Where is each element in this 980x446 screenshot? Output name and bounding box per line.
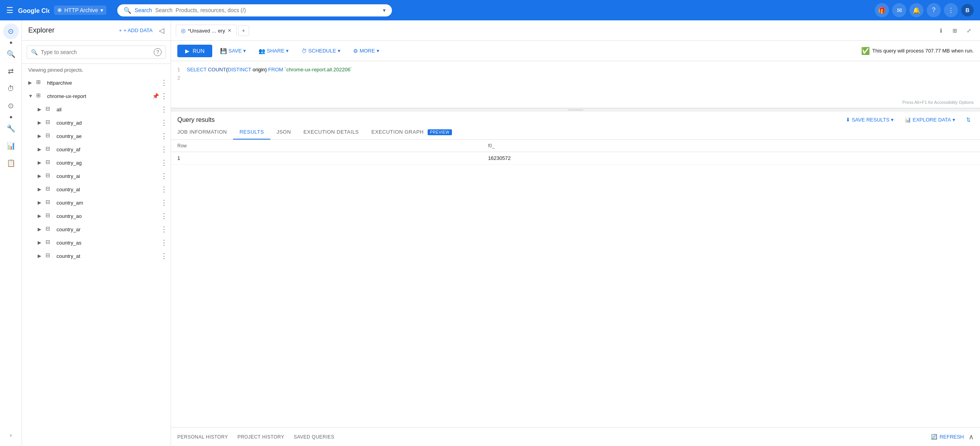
- add-data-button[interactable]: + + ADD DATA: [116, 25, 156, 36]
- more-options-country-am[interactable]: ⋮: [160, 198, 168, 207]
- explorer-search-input[interactable]: [41, 49, 151, 55]
- tab-job-information[interactable]: JOB INFORMATION: [171, 125, 233, 140]
- sidebar-item-transfer[interactable]: ⇄: [3, 63, 19, 79]
- query-tab-close[interactable]: ✕: [228, 28, 231, 33]
- sidebar-item-history[interactable]: ⏱: [3, 81, 19, 96]
- info-action-button[interactable]: ℹ: [934, 24, 947, 37]
- save-button[interactable]: 💾 SAVE ▾: [215, 45, 251, 56]
- results-table: Row f0_ 1 16230572: [171, 140, 980, 165]
- more-dropdown-icon: ▾: [377, 48, 379, 54]
- query-tab-unsaved[interactable]: ◎ *Unsaved … ery ✕: [176, 25, 237, 36]
- help-icon-btn[interactable]: ?: [927, 3, 941, 17]
- share-button[interactable]: 👥 SHARE ▾: [254, 45, 293, 56]
- sidebar-item-schedule[interactable]: ⊙: [3, 98, 19, 114]
- more-options-country-ai[interactable]: ⋮: [160, 172, 168, 180]
- gift-icon-btn[interactable]: 🎁: [875, 3, 889, 17]
- tab-execution-graph[interactable]: EXECUTION GRAPH PREVIEW: [365, 125, 458, 140]
- save-results-dropdown: ▾: [891, 117, 894, 123]
- refresh-button[interactable]: 🔄 REFRESH: [931, 434, 964, 440]
- sidebar-item-analytics[interactable]: ⊙: [3, 24, 19, 39]
- explore-icon: 📊: [905, 117, 911, 123]
- explorer-collapse-button[interactable]: ◁: [159, 26, 164, 35]
- tab-execution-details[interactable]: EXECUTION DETAILS: [297, 125, 365, 140]
- sql-editor[interactable]: 1 SELECT COUNT(DISTINCT origin) FROM `ch…: [171, 61, 980, 108]
- more-options-country-al[interactable]: ⋮: [160, 185, 168, 194]
- more-options-country-ar[interactable]: ⋮: [160, 225, 168, 234]
- pinned-label: Viewing pinned projects.: [22, 64, 171, 76]
- more-options-chrome-ux[interactable]: ⋮: [160, 92, 168, 100]
- tree-item-country-af[interactable]: ▶ ⊟ country_af ⋮: [22, 143, 171, 156]
- more-options-country-ao[interactable]: ⋮: [160, 212, 168, 220]
- results-table-head: Row f0_: [171, 140, 980, 152]
- dataset-icon: ⊞: [36, 79, 44, 87]
- tree-item-country-ar[interactable]: ▶ ⊟ country_ar ⋮: [22, 223, 171, 236]
- expand-action-button[interactable]: ⤢: [963, 24, 975, 37]
- expand-results-button[interactable]: ⇅: [963, 114, 974, 125]
- tree-item-country-at[interactable]: ▶ ⊟ country_at ⋮: [22, 249, 171, 263]
- expand-arrow-country-ad: ▶: [38, 120, 46, 125]
- table-action-button[interactable]: ⊞: [949, 24, 961, 37]
- tree-item-country-ad[interactable]: ▶ ⊟ country_ad ⋮: [22, 116, 171, 129]
- item-name-country-ar: country_ar: [56, 227, 160, 232]
- resize-handle[interactable]: [171, 108, 980, 111]
- tree-item-chrome-ux-report[interactable]: ▼ ⊞ chrome-ux-report 📌 ⋮: [22, 89, 171, 103]
- tree-item-country-ae[interactable]: ▶ ⊟ country_ae ⋮: [22, 129, 171, 143]
- top-navigation: ☰ Google Cloud ❋ HTTP Archive ▾ 🔍 Search…: [0, 0, 980, 20]
- share-label: SHARE: [267, 48, 284, 54]
- more-options-country-at[interactable]: ⋮: [160, 252, 168, 260]
- more-options-country-af[interactable]: ⋮: [160, 145, 168, 154]
- table-icon-country-ae: ⊟: [46, 132, 53, 140]
- tab-project-history[interactable]: PROJECT HISTORY: [237, 431, 284, 443]
- more-options-all[interactable]: ⋮: [160, 105, 168, 114]
- collapse-bottom-icon[interactable]: ∧: [969, 433, 974, 441]
- search-input[interactable]: [155, 7, 377, 13]
- more-icon-btn[interactable]: ⋮: [944, 3, 958, 17]
- tree-item-all[interactable]: ▶ ⊟ all ⋮: [22, 103, 171, 116]
- explore-data-button[interactable]: 📊 EXPLORE DATA ▾: [902, 114, 958, 125]
- search-expand-icon[interactable]: ▾: [383, 7, 386, 13]
- tree-item-country-am[interactable]: ▶ ⊟ country_am ⋮: [22, 196, 171, 209]
- more-options-country-ae[interactable]: ⋮: [160, 132, 168, 140]
- sidebar-item-search[interactable]: 🔍: [3, 46, 19, 62]
- save-results-button[interactable]: ⬇ SAVE RESULTS ▾: [843, 114, 897, 125]
- project-selector[interactable]: ❋ HTTP Archive ▾: [54, 5, 106, 15]
- schedule-button[interactable]: ⏱ SCHEDULE ▾: [297, 45, 345, 56]
- tree-item-httparchive[interactable]: ▶ ⊞ httparchive ⋮: [22, 76, 171, 89]
- more-options-country-ad[interactable]: ⋮: [160, 118, 168, 127]
- run-button[interactable]: ▶ RUN: [177, 45, 212, 57]
- user-avatar[interactable]: B: [961, 4, 974, 16]
- menu-icon[interactable]: ☰: [6, 5, 13, 15]
- sidebar-expand-button[interactable]: ›: [3, 427, 19, 443]
- more-button[interactable]: ⚙ MORE ▾: [348, 45, 384, 56]
- search-help-icon[interactable]: ?: [154, 48, 162, 56]
- tab-json[interactable]: JSON: [270, 125, 297, 140]
- item-name-country-as: country_as: [56, 240, 160, 246]
- tab-personal-history[interactable]: PERSONAL HISTORY: [177, 431, 228, 443]
- notification-icon-btn[interactable]: 🔔: [909, 3, 924, 17]
- sql-table-name: `chrome-ux-report.all.202206`: [284, 67, 352, 73]
- item-name-country-ae: country_ae: [56, 133, 160, 139]
- expand-arrow-country-ar: ▶: [38, 227, 46, 232]
- table-icon-country-ag: ⊟: [46, 159, 53, 167]
- new-tab-button[interactable]: +: [238, 25, 249, 36]
- nav-icons-group: 🎁 ✉ 🔔 ? ⋮ B: [875, 3, 974, 17]
- more-options-country-as[interactable]: ⋮: [160, 238, 168, 247]
- tree-item-country-ag[interactable]: ▶ ⊟ country_ag ⋮: [22, 156, 171, 169]
- more-options-httparchive[interactable]: ⋮: [160, 78, 168, 87]
- mail-icon-btn[interactable]: ✉: [892, 3, 906, 17]
- line-number-1: 1: [177, 66, 187, 74]
- results-table-body: 1 16230572: [171, 152, 980, 165]
- results-header-row: Query results ⬇ SAVE RESULTS ▾ 📊 EXPLORE…: [171, 111, 980, 125]
- tab-saved-queries[interactable]: SAVED QUERIES: [294, 431, 335, 443]
- tab-results[interactable]: RESULTS: [233, 125, 270, 140]
- tree-item-country-al[interactable]: ▶ ⊟ country_al ⋮: [22, 183, 171, 196]
- sidebar-item-tools[interactable]: 🔧: [3, 121, 19, 136]
- tree-item-country-ao[interactable]: ▶ ⊟ country_ao ⋮: [22, 209, 171, 223]
- tree-item-country-as[interactable]: ▶ ⊟ country_as ⋮: [22, 236, 171, 249]
- sidebar-item-reports[interactable]: 📋: [3, 155, 19, 171]
- results-title: Query results: [177, 116, 843, 123]
- more-options-country-ag[interactable]: ⋮: [160, 158, 168, 167]
- sidebar-item-chart[interactable]: 📊: [3, 138, 19, 154]
- results-area: Query results ⬇ SAVE RESULTS ▾ 📊 EXPLORE…: [171, 111, 980, 427]
- tree-item-country-ai[interactable]: ▶ ⊟ country_ai ⋮: [22, 169, 171, 183]
